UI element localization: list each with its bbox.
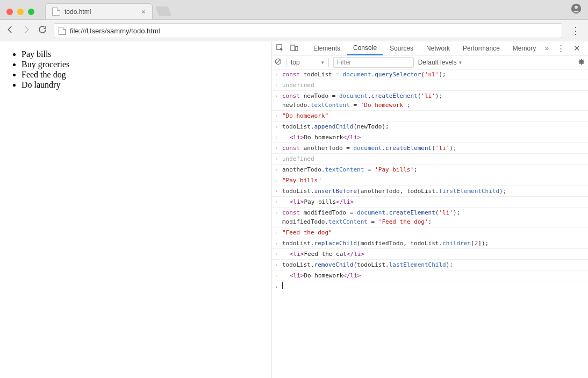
prompt-in-icon: › (275, 187, 282, 196)
console-input-line: ›anotherTodo.textContent = 'Pay bills'; (271, 165, 588, 175)
profile-avatar-icon[interactable] (571, 3, 582, 16)
window-minimize-button[interactable] (17, 9, 24, 15)
list-item: Feed the dog (21, 70, 262, 80)
console-output-line: ‹undefined (271, 80, 588, 91)
prompt-in-icon: › (275, 208, 282, 226)
console-line-content: undefined (282, 154, 585, 163)
browser-menu-button[interactable]: ⋮ (569, 25, 583, 37)
prompt-out-icon: ‹ (275, 133, 282, 142)
device-toggle-icon[interactable] (288, 44, 300, 52)
console-input-line: ›todoList.replaceChild(modifiedTodo, tod… (271, 238, 588, 249)
divider (286, 58, 286, 67)
url-text: file:///Users/sammy/todo.html (70, 27, 160, 35)
tab-elements[interactable]: Elements (307, 41, 346, 55)
inspect-element-icon[interactable] (274, 44, 286, 52)
prompt-in-icon: › (275, 239, 282, 248)
clear-console-icon[interactable] (275, 58, 282, 67)
prompt-out-icon: ‹ (275, 271, 282, 280)
prompt-in-icon: › (275, 91, 282, 110)
window-maximize-button[interactable] (28, 9, 34, 15)
console-line-content: todoList.insertBefore(anotherTodo, todoL… (282, 187, 585, 196)
list-item: Pay bills (21, 49, 262, 59)
devtools-menu-button[interactable]: ⋮ (555, 44, 567, 53)
devtools-tabbar: Elements Console Sources Network Perform… (271, 41, 588, 55)
console-line-content: const newTodo = document.createElement('… (282, 91, 585, 110)
console-line-content: "Feed the dog" (282, 228, 585, 237)
console-line-content: todoList.removeChild(todoList.lastElemen… (282, 260, 585, 269)
divider (304, 44, 304, 53)
svg-rect-4 (295, 47, 298, 51)
svg-point-1 (575, 6, 578, 9)
svg-rect-3 (290, 45, 295, 51)
prompt-out-icon: ‹ (275, 111, 282, 120)
prompt-icon: › (275, 282, 282, 291)
prompt-in-icon: › (275, 165, 282, 174)
back-button[interactable] (5, 25, 15, 37)
console-input-line: ›todoList.appendChild(newTodo); (271, 122, 588, 132)
filter-input[interactable]: Filter (333, 57, 414, 68)
console-line-content: undefined (282, 81, 585, 90)
file-icon (59, 27, 66, 35)
console-output-line: ‹undefined (271, 154, 588, 165)
text-cursor (282, 282, 283, 289)
prompt-in-icon: › (275, 144, 282, 153)
tab-console[interactable]: Console (347, 41, 383, 55)
console-line-content: "Pay bills" (282, 176, 585, 185)
console-output-line: ‹<li>Pay bills</li> (271, 197, 588, 208)
tabs-overflow-icon[interactable]: » (545, 45, 549, 52)
tab-close-button[interactable]: × (141, 8, 146, 16)
prompt-out-icon: ‹ (275, 228, 282, 237)
console-line-content: <li>Pay bills</li> (282, 197, 585, 206)
console-line-content: <li>Do homework</li> (282, 271, 585, 280)
tab-performance[interactable]: Performance (457, 41, 506, 55)
console-input-line: ›const newTodo = document.createElement(… (271, 91, 588, 111)
log-levels-selector[interactable]: Default levels (418, 59, 462, 66)
console-input-line: ›const modifiedTodo = document.createEle… (271, 208, 588, 227)
prompt-in-icon: › (275, 70, 282, 79)
prompt-out-icon: ‹ (275, 81, 282, 90)
console-line-content: <li>Feed the cat</li> (282, 249, 585, 259)
console-settings-icon[interactable] (577, 58, 585, 67)
reload-button[interactable] (38, 25, 47, 37)
tab-memory[interactable]: Memory (507, 41, 542, 55)
devtools-panel: Elements Console Sources Network Perform… (271, 41, 588, 378)
page-content: Pay bills Buy groceries Feed the dog Do … (0, 41, 271, 378)
console-output-line: ‹<li>Do homework</li> (271, 270, 588, 281)
console-output-line: ‹<li>Feed the cat</li> (271, 249, 588, 260)
console-input-line: ›todoList.removeChild(todoList.lastEleme… (271, 260, 588, 270)
console-toolbar: top Filter Default levels (271, 55, 588, 69)
todo-list: Pay bills Buy groceries Feed the dog Do … (21, 49, 262, 90)
console-line-content: anotherTodo.textContent = 'Pay bills'; (282, 165, 585, 174)
svg-line-6 (276, 59, 280, 63)
console-line-content: <li>Do homework</li> (282, 133, 585, 142)
console-line-content: const todoList = document.querySelector(… (282, 70, 585, 79)
address-bar[interactable]: file:///Users/sammy/todo.html (54, 23, 562, 38)
divider (328, 58, 329, 67)
forward-button[interactable] (21, 25, 31, 37)
prompt-out-icon: ‹ (275, 176, 282, 185)
devtools-close-button[interactable]: ✕ (571, 44, 583, 53)
console-prompt[interactable]: › (271, 281, 588, 293)
console-line-content: const modifiedTodo = document.createElem… (282, 208, 585, 226)
window-close-button[interactable] (6, 9, 13, 15)
prompt-out-icon: ‹ (275, 154, 282, 163)
page-icon (52, 8, 60, 16)
console-output-line: ‹"Pay bills" (271, 175, 588, 186)
console-output-line: ‹<li>Do homework</li> (271, 132, 588, 143)
console-output-line: ‹"Feed the dog" (271, 227, 588, 238)
prompt-out-icon: ‹ (275, 197, 282, 206)
console-output-line: ‹"Do homework" (271, 111, 588, 122)
context-selector[interactable]: top (291, 59, 324, 66)
browser-tab[interactable]: todo.html × (45, 3, 153, 19)
console-input-line: ›const todoList = document.querySelector… (271, 69, 588, 80)
tab-network[interactable]: Network (420, 41, 456, 55)
console-line-content: const anotherTodo = document.createEleme… (282, 144, 585, 153)
browser-chrome: todo.html × file:///Users/sammy/todo.htm… (0, 0, 588, 41)
console-output[interactable]: ›const todoList = document.querySelector… (271, 69, 588, 378)
list-item: Buy groceries (21, 60, 262, 69)
list-item: Do laundry (21, 80, 262, 90)
tab-sources[interactable]: Sources (384, 41, 419, 55)
console-input-line: ›todoList.insertBefore(anotherTodo, todo… (271, 186, 588, 197)
prompt-out-icon: ‹ (275, 249, 282, 259)
new-tab-button[interactable] (155, 6, 172, 16)
